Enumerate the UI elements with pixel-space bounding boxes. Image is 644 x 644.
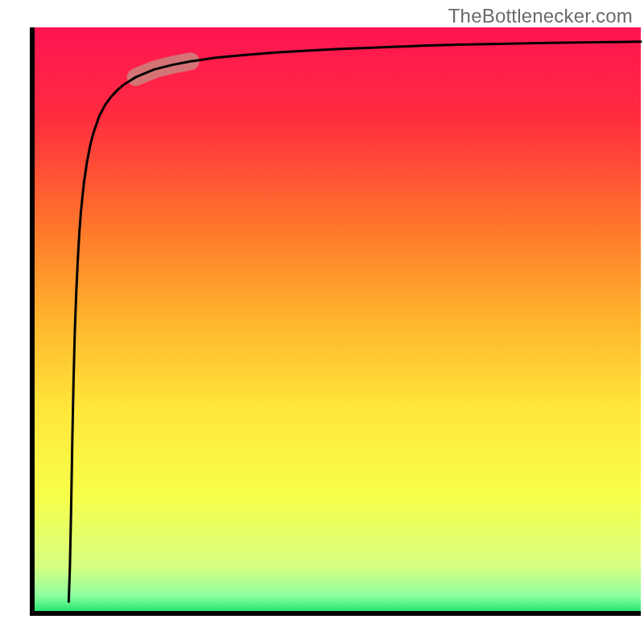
watermark-text: TheBottlenecker.com — [448, 5, 633, 27]
chart-container: TheBottlenecker.com — [0, 0, 644, 644]
bottleneck-chart — [0, 0, 644, 644]
chart-background — [32, 27, 641, 613]
